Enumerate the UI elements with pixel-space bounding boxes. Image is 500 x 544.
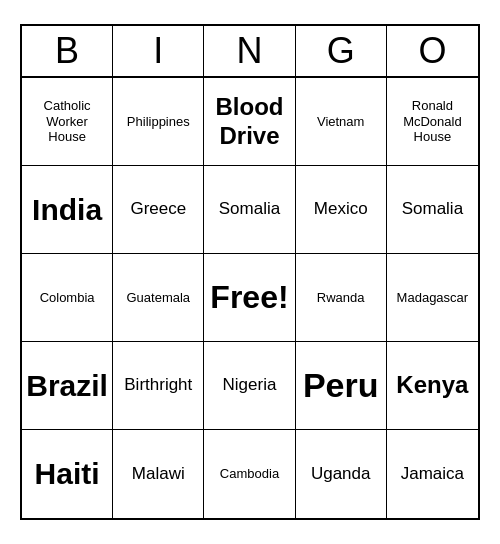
cell-r4-c0: Haiti [22,430,113,518]
cell-text: Jamaica [401,464,464,484]
header-letter: B [22,26,113,76]
cell-text: Ronald McDonald House [391,98,474,145]
cell-r0-c2: Blood Drive [204,78,295,166]
bingo-card: BINGO Catholic Worker HousePhilippinesBl… [20,24,480,520]
cell-r3-c1: Birthright [113,342,204,430]
cell-r2-c2: Free! [204,254,295,342]
cell-text: Philippines [127,114,190,130]
cell-text: Uganda [311,464,371,484]
cell-r3-c4: Kenya [387,342,478,430]
cell-r2-c1: Guatemala [113,254,204,342]
cell-text: Guatemala [126,290,190,306]
cell-r1-c3: Mexico [296,166,387,254]
cell-r3-c0: Brazil [22,342,113,430]
cell-text: Colombia [40,290,95,306]
cell-r4-c2: Cambodia [204,430,295,518]
bingo-header: BINGO [22,26,478,78]
cell-r1-c1: Greece [113,166,204,254]
header-letter: O [387,26,478,76]
cell-text: Somalia [219,199,280,219]
cell-r0-c4: Ronald McDonald House [387,78,478,166]
cell-r1-c4: Somalia [387,166,478,254]
header-letter: G [296,26,387,76]
cell-r4-c3: Uganda [296,430,387,518]
cell-text: Blood Drive [208,93,290,151]
cell-r2-c4: Madagascar [387,254,478,342]
cell-r0-c3: Vietnam [296,78,387,166]
cell-r1-c2: Somalia [204,166,295,254]
cell-text: Kenya [396,371,468,400]
cell-r2-c3: Rwanda [296,254,387,342]
cell-text: Haiti [35,456,100,492]
cell-r4-c4: Jamaica [387,430,478,518]
header-letter: I [113,26,204,76]
cell-r3-c2: Nigeria [204,342,295,430]
cell-text: Greece [130,199,186,219]
cell-text: Cambodia [220,466,279,482]
cell-r2-c0: Colombia [22,254,113,342]
header-letter: N [204,26,295,76]
cell-text: Brazil [26,368,108,404]
cell-r3-c3: Peru [296,342,387,430]
cell-text: Free! [210,278,288,316]
cell-text: Madagascar [397,290,469,306]
cell-text: Somalia [402,199,463,219]
cell-r1-c0: India [22,166,113,254]
cell-text: Vietnam [317,114,364,130]
cell-r0-c0: Catholic Worker House [22,78,113,166]
cell-r0-c1: Philippines [113,78,204,166]
cell-text: Malawi [132,464,185,484]
cell-text: Rwanda [317,290,365,306]
bingo-grid: Catholic Worker HousePhilippinesBlood Dr… [22,78,478,518]
cell-text: Nigeria [223,375,277,395]
cell-text: Peru [303,365,379,406]
cell-text: Birthright [124,375,192,395]
cell-text: Catholic Worker House [26,98,108,145]
cell-r4-c1: Malawi [113,430,204,518]
cell-text: India [32,192,102,228]
cell-text: Mexico [314,199,368,219]
